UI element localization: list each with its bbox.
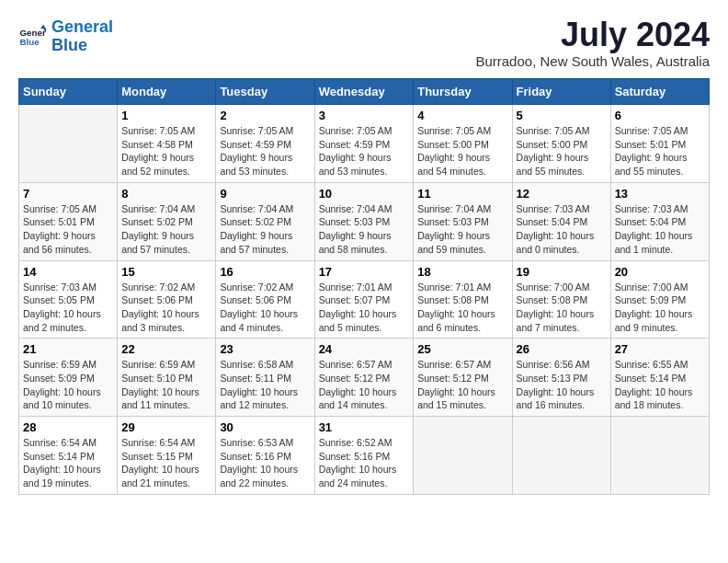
day-number: 14 — [23, 265, 113, 279]
day-info: Sunrise: 7:05 AM Sunset: 5:00 PM Dayligh… — [517, 124, 607, 178]
week-row-4: 21Sunrise: 6:59 AM Sunset: 5:09 PM Dayli… — [19, 339, 710, 417]
month-title: July 2024 — [475, 18, 710, 52]
day-info: Sunrise: 6:56 AM Sunset: 5:13 PM Dayligh… — [517, 358, 607, 412]
day-cell: 28Sunrise: 6:54 AM Sunset: 5:14 PM Dayli… — [19, 417, 118, 495]
day-info: Sunrise: 6:53 AM Sunset: 5:16 PM Dayligh… — [220, 436, 310, 490]
col-header-friday: Friday — [512, 79, 610, 105]
day-number: 1 — [121, 109, 211, 122]
day-number: 13 — [615, 187, 705, 201]
day-number: 12 — [517, 187, 607, 201]
day-cell: 17Sunrise: 7:01 AM Sunset: 5:07 PM Dayli… — [314, 260, 414, 339]
day-number: 19 — [517, 265, 607, 279]
day-cell: 4Sunrise: 7:05 AM Sunset: 5:00 PM Daylig… — [414, 105, 512, 183]
day-info: Sunrise: 6:54 AM Sunset: 5:14 PM Dayligh… — [23, 436, 113, 490]
day-info: Sunrise: 7:02 AM Sunset: 5:06 PM Dayligh… — [220, 281, 310, 335]
day-info: Sunrise: 7:03 AM Sunset: 5:05 PM Dayligh… — [23, 281, 113, 335]
day-info: Sunrise: 7:05 AM Sunset: 4:58 PM Dayligh… — [121, 124, 211, 178]
day-number: 20 — [615, 265, 705, 279]
page-header: General Blue General Blue July 2024 Burr… — [18, 18, 710, 69]
day-number: 16 — [220, 265, 310, 279]
logo-blue: Blue — [51, 36, 87, 54]
day-number: 23 — [220, 342, 310, 356]
day-cell: 25Sunrise: 6:57 AM Sunset: 5:12 PM Dayli… — [414, 339, 512, 417]
calendar-table: SundayMondayTuesdayWednesdayThursdayFrid… — [18, 78, 710, 495]
week-row-3: 14Sunrise: 7:03 AM Sunset: 5:05 PM Dayli… — [19, 260, 710, 339]
day-info: Sunrise: 7:01 AM Sunset: 5:07 PM Dayligh… — [319, 281, 410, 335]
day-info: Sunrise: 6:55 AM Sunset: 5:14 PM Dayligh… — [615, 358, 705, 412]
day-cell — [610, 417, 709, 495]
day-cell: 24Sunrise: 6:57 AM Sunset: 5:12 PM Dayli… — [314, 339, 414, 417]
day-cell: 26Sunrise: 6:56 AM Sunset: 5:13 PM Dayli… — [512, 339, 610, 417]
day-cell — [19, 105, 118, 183]
week-row-1: 1Sunrise: 7:05 AM Sunset: 4:58 PM Daylig… — [19, 105, 710, 183]
svg-text:Blue: Blue — [20, 37, 40, 47]
day-info: Sunrise: 7:04 AM Sunset: 5:03 PM Dayligh… — [319, 202, 410, 257]
logo-icon: General Blue — [18, 23, 46, 51]
svg-marker-2 — [40, 24, 46, 29]
day-number: 27 — [615, 342, 705, 356]
day-info: Sunrise: 7:05 AM Sunset: 4:59 PM Dayligh… — [319, 124, 410, 178]
day-cell: 18Sunrise: 7:01 AM Sunset: 5:08 PM Dayli… — [414, 260, 512, 339]
svg-text:General: General — [20, 27, 47, 37]
day-cell: 8Sunrise: 7:04 AM Sunset: 5:02 PM Daylig… — [118, 182, 216, 260]
day-number: 17 — [319, 265, 410, 279]
col-header-sunday: Sunday — [19, 79, 118, 105]
day-number: 22 — [121, 342, 211, 356]
day-info: Sunrise: 7:03 AM Sunset: 5:04 PM Dayligh… — [615, 202, 705, 257]
day-cell: 9Sunrise: 7:04 AM Sunset: 5:02 PM Daylig… — [216, 182, 314, 260]
day-cell: 13Sunrise: 7:03 AM Sunset: 5:04 PM Dayli… — [610, 182, 709, 260]
day-info: Sunrise: 7:02 AM Sunset: 5:06 PM Dayligh… — [121, 281, 211, 335]
day-info: Sunrise: 6:59 AM Sunset: 5:10 PM Dayligh… — [121, 358, 211, 412]
day-info: Sunrise: 7:00 AM Sunset: 5:09 PM Dayligh… — [615, 281, 705, 335]
day-info: Sunrise: 7:05 AM Sunset: 5:01 PM Dayligh… — [615, 124, 705, 178]
day-info: Sunrise: 7:04 AM Sunset: 5:02 PM Dayligh… — [220, 202, 310, 257]
day-number: 8 — [121, 187, 211, 201]
week-row-2: 7Sunrise: 7:05 AM Sunset: 5:01 PM Daylig… — [19, 182, 710, 260]
day-cell — [512, 417, 610, 495]
day-cell: 19Sunrise: 7:00 AM Sunset: 5:08 PM Dayli… — [512, 260, 610, 339]
day-info: Sunrise: 7:00 AM Sunset: 5:08 PM Dayligh… — [517, 281, 607, 335]
col-header-tuesday: Tuesday — [216, 79, 314, 105]
day-cell: 3Sunrise: 7:05 AM Sunset: 4:59 PM Daylig… — [314, 105, 414, 183]
day-number: 28 — [23, 420, 113, 434]
day-number: 31 — [319, 420, 410, 434]
col-header-thursday: Thursday — [414, 79, 512, 105]
day-number: 15 — [121, 265, 211, 279]
day-number: 4 — [417, 109, 507, 122]
day-cell: 27Sunrise: 6:55 AM Sunset: 5:14 PM Dayli… — [610, 339, 709, 417]
day-info: Sunrise: 6:52 AM Sunset: 5:16 PM Dayligh… — [319, 436, 410, 490]
day-number: 6 — [615, 109, 705, 122]
day-cell: 31Sunrise: 6:52 AM Sunset: 5:16 PM Dayli… — [314, 417, 414, 495]
day-cell: 7Sunrise: 7:05 AM Sunset: 5:01 PM Daylig… — [19, 182, 118, 260]
day-number: 5 — [517, 109, 607, 122]
logo: General Blue General Blue — [18, 18, 113, 55]
day-number: 2 — [220, 109, 310, 122]
day-info: Sunrise: 7:04 AM Sunset: 5:03 PM Dayligh… — [417, 202, 507, 257]
day-cell: 12Sunrise: 7:03 AM Sunset: 5:04 PM Dayli… — [512, 182, 610, 260]
day-number: 18 — [417, 265, 507, 279]
day-number: 7 — [23, 187, 113, 201]
day-info: Sunrise: 6:57 AM Sunset: 5:12 PM Dayligh… — [319, 358, 410, 412]
day-info: Sunrise: 7:05 AM Sunset: 4:59 PM Dayligh… — [220, 124, 310, 178]
day-cell: 29Sunrise: 6:54 AM Sunset: 5:15 PM Dayli… — [118, 417, 216, 495]
day-number: 21 — [23, 342, 113, 356]
week-row-5: 28Sunrise: 6:54 AM Sunset: 5:14 PM Dayli… — [19, 417, 710, 495]
day-info: Sunrise: 6:58 AM Sunset: 5:11 PM Dayligh… — [220, 358, 310, 412]
day-number: 25 — [417, 342, 507, 356]
day-cell: 5Sunrise: 7:05 AM Sunset: 5:00 PM Daylig… — [512, 105, 610, 183]
day-cell: 22Sunrise: 6:59 AM Sunset: 5:10 PM Dayli… — [118, 339, 216, 417]
day-info: Sunrise: 6:59 AM Sunset: 5:09 PM Dayligh… — [23, 358, 113, 412]
day-cell — [414, 417, 512, 495]
day-number: 3 — [319, 109, 410, 122]
day-cell: 20Sunrise: 7:00 AM Sunset: 5:09 PM Dayli… — [610, 260, 709, 339]
day-number: 10 — [319, 187, 410, 201]
day-info: Sunrise: 6:54 AM Sunset: 5:15 PM Dayligh… — [121, 436, 211, 490]
day-cell: 15Sunrise: 7:02 AM Sunset: 5:06 PM Dayli… — [118, 260, 216, 339]
day-number: 29 — [121, 420, 211, 434]
day-info: Sunrise: 7:04 AM Sunset: 5:02 PM Dayligh… — [121, 202, 211, 257]
logo-text: General Blue — [51, 18, 113, 55]
day-cell: 11Sunrise: 7:04 AM Sunset: 5:03 PM Dayli… — [414, 182, 512, 260]
day-cell: 2Sunrise: 7:05 AM Sunset: 4:59 PM Daylig… — [216, 105, 314, 183]
day-info: Sunrise: 6:57 AM Sunset: 5:12 PM Dayligh… — [417, 358, 507, 412]
day-cell: 30Sunrise: 6:53 AM Sunset: 5:16 PM Dayli… — [216, 417, 314, 495]
